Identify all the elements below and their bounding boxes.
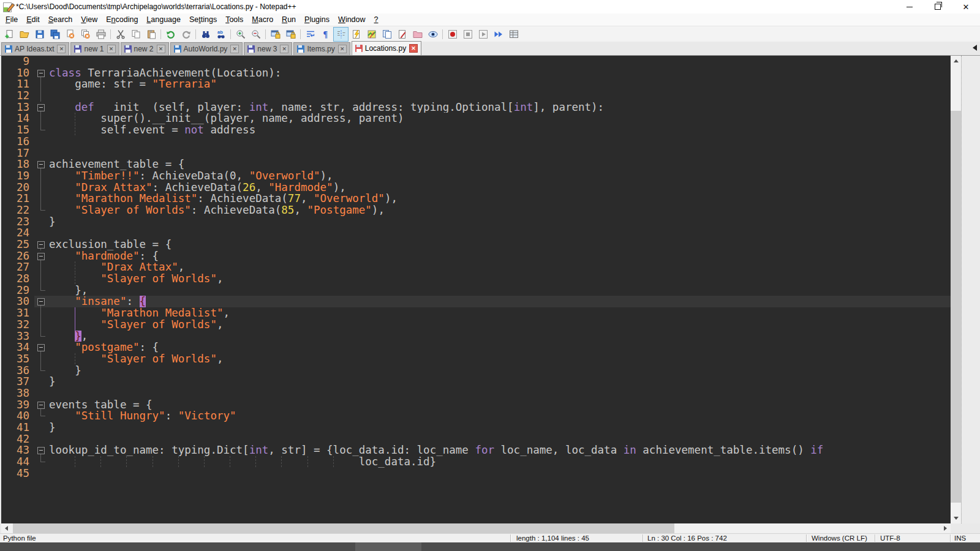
open-file-icon[interactable] <box>17 27 32 42</box>
code-text[interactable]: } <box>49 365 951 377</box>
code-text[interactable] <box>49 136 951 148</box>
code-text[interactable]: game: str = "Terraria" <box>49 78 951 90</box>
vertical-scrollbar-thumb[interactable] <box>951 111 961 503</box>
macro-save-icon[interactable] <box>506 27 521 42</box>
menu-item--[interactable]: ? <box>370 14 383 25</box>
scroll-down-arrow-icon[interactable] <box>951 513 961 523</box>
document-switcher-icon[interactable] <box>379 27 394 42</box>
fold-margin[interactable] <box>34 67 49 79</box>
code-text[interactable]: "insane": { <box>49 296 951 307</box>
minimize-button[interactable] <box>895 0 924 13</box>
tab-new-3[interactable]: new 3✕ <box>244 42 292 55</box>
code-editor[interactable]: 910class TerrariaAchievement(Location):1… <box>0 56 951 523</box>
code-text[interactable]: "Slayer of Worlds", <box>49 273 951 285</box>
copy-icon[interactable] <box>128 27 143 42</box>
tab-new-2[interactable]: new 2✕ <box>121 42 169 55</box>
menu-item-file[interactable]: File <box>1 14 22 25</box>
code-line-41[interactable]: 41} <box>1 422 951 433</box>
code-text[interactable]: "Marathon Medalist", <box>49 307 951 319</box>
code-line-10[interactable]: 10class TerrariaAchievement(Location): <box>1 67 951 79</box>
code-line-26[interactable]: 26 "hardmode": { <box>1 250 951 262</box>
code-line-37[interactable]: 37} <box>1 376 951 388</box>
function-list-icon[interactable] <box>349 27 364 42</box>
code-line-43[interactable]: 43lookup_id_to_name: typing.Dict[int, st… <box>1 444 951 456</box>
horizontal-scrollbar[interactable] <box>0 523 980 533</box>
code-text[interactable]: loc_data.id} <box>49 456 951 468</box>
code-line-25[interactable]: 25exclusion_table = { <box>1 239 951 250</box>
redo-icon[interactable] <box>178 27 194 42</box>
code-line-11[interactable]: 11 game: str = "Terraria" <box>1 78 951 90</box>
menu-item-settings[interactable]: Settings <box>185 14 221 25</box>
code-line-20[interactable]: 20 "Drax Attax": AchieveData(26, "Hardmo… <box>1 182 951 193</box>
code-line-14[interactable]: 14 super().__init__(player, name, addres… <box>1 113 951 124</box>
restore-button[interactable] <box>924 0 952 13</box>
code-text[interactable]: lookup_id_to_name: typing.Dict[int, str]… <box>49 444 951 456</box>
code-line-29[interactable]: 29 }, <box>1 285 951 296</box>
code-text[interactable] <box>49 56 951 67</box>
code-text[interactable]: "Timber!!": AchieveData(0, "Overworld"), <box>49 170 951 182</box>
sync-vertical-scroll-icon[interactable] <box>268 27 283 42</box>
save-all-icon[interactable] <box>47 27 62 42</box>
code-line-45[interactable]: 45 <box>1 468 951 479</box>
menu-item-view[interactable]: View <box>77 14 102 25</box>
print-icon[interactable] <box>93 27 108 42</box>
code-text[interactable]: self.event = not address <box>49 124 951 136</box>
code-line-32[interactable]: 32 "Slayer of Worlds", <box>1 319 951 331</box>
fold-margin[interactable] <box>34 342 49 353</box>
macro-run-multiple-icon[interactable] <box>491 27 506 42</box>
vertical-scrollbar[interactable] <box>951 56 961 523</box>
code-text[interactable]: "Slayer of Worlds", <box>49 319 951 331</box>
horizontal-scrollbar-thumb[interactable] <box>13 523 674 533</box>
code-text[interactable]: } <box>49 216 951 228</box>
new-file-icon[interactable] <box>1 27 17 42</box>
show-all-characters-icon[interactable]: ¶ <box>318 27 333 42</box>
code-line-36[interactable]: 36 } <box>1 365 951 377</box>
document-map-icon[interactable] <box>364 27 379 42</box>
tab-close-icon[interactable]: ✕ <box>338 45 347 53</box>
code-line-16[interactable]: 16 <box>1 136 951 148</box>
menu-item-plugins[interactable]: Plugins <box>300 14 334 25</box>
fold-margin[interactable] <box>34 399 49 411</box>
code-line-39[interactable]: 39events_table = { <box>1 399 951 411</box>
fold-margin[interactable] <box>34 102 49 113</box>
word-wrap-icon[interactable] <box>303 27 318 42</box>
code-text[interactable]: def __init__(self, player: int, name: st… <box>49 102 951 113</box>
macro-stop-icon[interactable] <box>460 27 475 42</box>
code-text[interactable] <box>49 90 951 102</box>
code-text[interactable]: "Still Hungry": "Victory" <box>49 410 951 422</box>
code-text[interactable]: exclusion_table = { <box>49 239 951 250</box>
tab-new-1[interactable]: new 1✕ <box>70 42 119 55</box>
code-line-13[interactable]: 13 def __init__(self, player: int, name:… <box>1 102 951 113</box>
fold-margin[interactable] <box>34 444 49 456</box>
folder-as-workspace-icon[interactable] <box>410 27 425 42</box>
scroll-left-arrow-icon[interactable] <box>1 523 12 533</box>
tab-close-icon[interactable]: ✕ <box>280 45 288 53</box>
menu-item-macro[interactable]: Macro <box>247 14 277 25</box>
code-text[interactable]: } <box>49 422 951 433</box>
code-line-38[interactable]: 38 <box>1 388 951 399</box>
code-line-28[interactable]: 28 "Slayer of Worlds", <box>1 273 951 285</box>
code-line-12[interactable]: 12 <box>1 90 951 102</box>
code-line-19[interactable]: 19 "Timber!!": AchieveData(0, "Overworld… <box>1 170 951 182</box>
code-text[interactable] <box>49 148 951 159</box>
menu-item-window[interactable]: Window <box>334 14 369 25</box>
code-line-30[interactable]: 30 "insane": { <box>1 296 951 307</box>
code-line-21[interactable]: 21 "Marathon Medalist": AchieveData(77, … <box>1 193 951 204</box>
save-icon[interactable] <box>32 27 47 42</box>
zoom-in-icon[interactable] <box>233 27 248 42</box>
code-line-31[interactable]: 31 "Marathon Medalist", <box>1 307 951 319</box>
code-line-40[interactable]: 40 "Still Hungry": "Victory" <box>1 410 951 422</box>
tab-ap-ideas-txt[interactable]: AP Ideas.txt✕ <box>1 42 69 55</box>
code-line-18[interactable]: 18achievement_table = { <box>1 159 951 170</box>
file-monitoring-icon[interactable] <box>425 27 440 42</box>
menu-item-edit[interactable]: Edit <box>22 14 44 25</box>
code-text[interactable]: "Drax Attax", <box>49 261 951 273</box>
code-line-34[interactable]: 34 "postgame": { <box>1 342 951 353</box>
sync-horizontal-scroll-icon[interactable] <box>283 27 298 42</box>
code-line-42[interactable]: 42 <box>1 433 951 445</box>
tab-close-icon[interactable]: ✕ <box>230 45 239 53</box>
close-button[interactable]: ✕ <box>952 0 980 13</box>
fold-collapse-icon[interactable] <box>37 344 45 351</box>
code-text[interactable]: "Drax Attax": AchieveData(26, "Hardmode"… <box>49 182 951 193</box>
zoom-out-icon[interactable] <box>248 27 263 42</box>
